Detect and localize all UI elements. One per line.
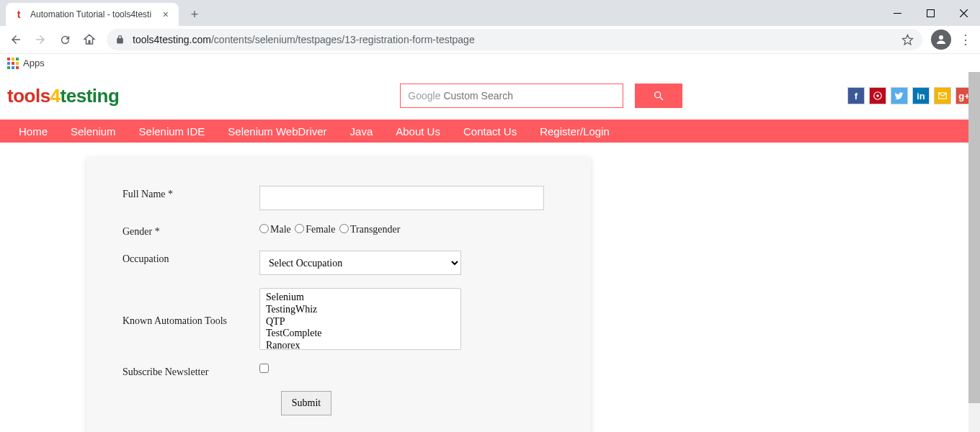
profile-avatar[interactable] [931, 30, 951, 50]
page-scrollbar[interactable] [968, 72, 980, 432]
svg-rect-1 [927, 9, 934, 17]
browser-chrome: t Automation Tutorial - tools4testi × + … [0, 0, 980, 72]
search-button[interactable] [635, 84, 682, 108]
page-header: tools4testing Google f in g+ [0, 72, 980, 120]
gender-radio-group: Male Female Transgender [259, 223, 555, 235]
nav-java[interactable]: Java [339, 125, 385, 138]
mail-link[interactable] [934, 87, 951, 104]
twitter-link[interactable] [891, 87, 908, 104]
window-maximize[interactable] [914, 2, 947, 24]
forward-button[interactable] [29, 28, 52, 51]
logo-part1: tools [7, 85, 50, 107]
svg-point-6 [876, 94, 879, 97]
pinterest-link[interactable] [869, 87, 886, 104]
lock-icon [115, 35, 125, 45]
svg-rect-0 [894, 13, 901, 14]
logo-bolt: 4 [50, 85, 61, 107]
nav-home[interactable]: Home [7, 125, 59, 138]
nav-selenium-webdriver[interactable]: Selenium WebDriver [216, 125, 338, 138]
search-box[interactable]: Google [400, 84, 623, 108]
nav-selenium[interactable]: Selenium [59, 125, 128, 138]
gender-female-radio[interactable] [295, 224, 304, 233]
search-input[interactable] [443, 90, 615, 102]
registration-form: Full Name * Gender * Male Female Transge… [86, 157, 591, 432]
address-bar[interactable]: tools4testing.com/contents/selenium/test… [107, 29, 922, 50]
home-button[interactable] [78, 28, 101, 51]
reload-button[interactable] [53, 28, 76, 51]
main-nav: Home Selenium Selenium IDE Selenium WebD… [0, 120, 980, 143]
bookmarks-bar: Apps [0, 53, 980, 72]
search-icon [653, 90, 664, 102]
gender-trans-radio[interactable] [339, 224, 349, 233]
occupation-select[interactable]: Select Occupation [259, 251, 461, 275]
window-controls [881, 0, 980, 26]
full-name-label: Full Name * [122, 186, 259, 200]
gender-female-label: Female [306, 224, 335, 235]
url-text: tools4testing.com/contents/selenium/test… [133, 34, 896, 45]
tab-favicon: t [13, 9, 24, 20]
svg-point-2 [939, 35, 943, 40]
google-brand-label: Google [408, 90, 440, 102]
new-tab-button[interactable]: + [184, 4, 205, 24]
newsletter-checkbox[interactable] [259, 364, 269, 373]
logo-part2: testing [61, 85, 120, 107]
tools-label: Known Automation Tools [122, 312, 259, 327]
apps-label: Apps [23, 58, 45, 68]
site-logo[interactable]: tools4testing [7, 85, 119, 107]
gender-label: Gender * [122, 223, 259, 238]
gender-trans-label: Transgender [350, 224, 400, 235]
newsletter-label: Subscribe Newsletter [122, 364, 259, 378]
facebook-link[interactable]: f [847, 87, 865, 104]
browser-menu-icon[interactable]: ⋮ [956, 32, 976, 48]
search-wrap: Google [400, 84, 682, 108]
browser-tab[interactable]: t Automation Tutorial - tools4testi × [6, 3, 179, 26]
browser-toolbar: tools4testing.com/contents/selenium/test… [0, 26, 980, 53]
submit-button[interactable]: Submit [281, 391, 331, 415]
window-close[interactable] [947, 2, 980, 24]
tools-multiselect[interactable]: Selenium TestingWhiz QTP TestComplete Ra… [259, 288, 461, 350]
back-button[interactable] [4, 28, 27, 51]
occupation-label: Occupation [122, 251, 259, 265]
social-links: f in g+ [847, 87, 973, 104]
tab-title: Automation Tutorial - tools4testi [30, 9, 160, 19]
svg-line-4 [660, 97, 663, 100]
page-content: tools4testing Google f in g+ Home Seleni… [0, 72, 980, 432]
nav-register-login[interactable]: Register/Login [528, 125, 621, 138]
gender-male-label: Male [270, 224, 291, 235]
apps-button[interactable]: Apps [7, 58, 45, 69]
bookmark-star-icon[interactable] [901, 34, 914, 46]
nav-selenium-ide[interactable]: Selenium IDE [128, 125, 217, 138]
linkedin-link[interactable]: in [912, 87, 930, 104]
apps-icon [7, 58, 19, 69]
window-minimize[interactable] [881, 2, 914, 24]
gender-male-radio[interactable] [259, 224, 269, 233]
scrollbar-thumb[interactable] [968, 72, 980, 403]
nav-contact-us[interactable]: Contact Us [452, 125, 528, 138]
svg-point-3 [655, 92, 661, 98]
tab-strip: t Automation Tutorial - tools4testi × + [0, 0, 980, 26]
tab-close-icon[interactable]: × [160, 9, 172, 20]
full-name-input[interactable] [259, 186, 544, 210]
nav-about-us[interactable]: About Us [384, 125, 452, 138]
